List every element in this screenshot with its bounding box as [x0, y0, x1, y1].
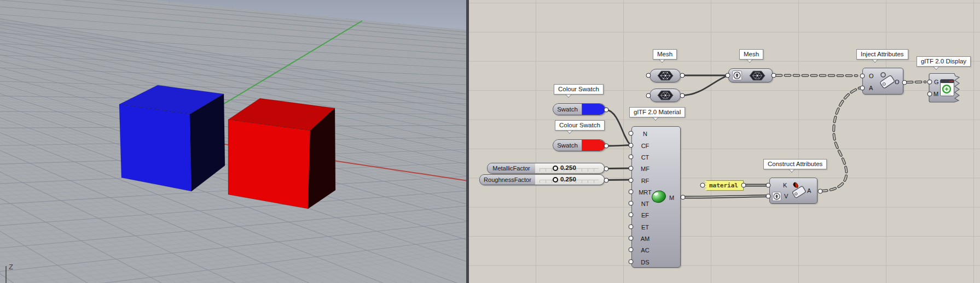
port-nub[interactable] — [646, 93, 651, 98]
port-nub[interactable] — [604, 166, 609, 171]
mesh-icon — [657, 70, 674, 81]
text-panel[interactable]: material — [704, 180, 744, 191]
tooltip-construct-attributes: Construct Attributes — [763, 159, 827, 169]
construct-input-v-label: V — [784, 192, 788, 200]
port-nub[interactable] — [772, 73, 776, 78]
inject-attributes-component[interactable]: O A O — [862, 68, 903, 95]
tooltip-inject-attributes: Inject Attributes — [856, 49, 908, 60]
material-input-label: DS — [635, 258, 655, 266]
swatch-color-blue[interactable] — [582, 104, 605, 115]
material-input-mrt-nub[interactable] — [629, 189, 634, 194]
construct-output-a-label: A — [807, 187, 811, 194]
mesh-param-2[interactable] — [650, 89, 681, 102]
material-input-ac-nub[interactable] — [629, 247, 634, 252]
port-nub[interactable] — [604, 108, 609, 113]
port-nub[interactable] — [681, 195, 686, 200]
material-input-label: N — [635, 130, 655, 138]
material-input-label: MF — [635, 165, 655, 173]
port-nub[interactable] — [741, 183, 746, 188]
tooltip-gltf-display: glTF 2.0 Display — [917, 56, 971, 67]
material-input-label: CF — [635, 142, 655, 150]
tooltip-mesh-2: Mesh — [739, 49, 763, 60]
material-input-nt-nub[interactable] — [629, 201, 634, 206]
mesh-icon — [657, 90, 674, 101]
material-input-label: EF — [635, 211, 655, 219]
port-nub[interactable] — [680, 73, 685, 78]
swatch-color-red[interactable] — [582, 140, 605, 151]
material-output-label: M — [669, 194, 674, 202]
slider-roughness-factor[interactable]: RoughnessFactor 0.250 — [479, 174, 605, 185]
material-input-rf-nub[interactable] — [629, 178, 634, 182]
slider-track[interactable]: 0.250 — [535, 175, 604, 185]
port-nub[interactable] — [604, 178, 609, 182]
material-input-label: RF — [635, 177, 655, 185]
tooltip-colour-swatch-1: Colour Swatch — [554, 84, 604, 95]
inject-output-o-label: O — [895, 78, 900, 86]
material-input-label: ET — [635, 223, 655, 231]
slider-label: MetallicFactor — [488, 163, 536, 173]
port-nub[interactable] — [927, 80, 932, 85]
display-input-g-label: G — [934, 78, 939, 86]
swatch-label: Swatch — [553, 140, 582, 151]
material-input-ds-nub[interactable] — [629, 259, 634, 264]
slider-metallic-factor[interactable]: MetallicFactor 0.250 — [487, 163, 605, 174]
material-input-cf-nub[interactable] — [629, 143, 634, 148]
port-nub[interactable] — [902, 80, 907, 85]
display-input-m-label: M — [933, 90, 938, 98]
upload-arrow-icon — [772, 192, 781, 201]
z-axis-label: Z — [9, 263, 13, 271]
port-nub[interactable] — [726, 73, 730, 78]
application-window: Z Mesh Mesh Colour — [0, 0, 980, 283]
colour-swatch-red[interactable]: Swatch — [553, 139, 606, 151]
inject-input-a-label: A — [869, 84, 873, 92]
slider-knob[interactable] — [553, 166, 558, 171]
port-nub[interactable] — [604, 144, 609, 149]
slider-value: 0.250 — [560, 164, 576, 171]
brush-tag-icon — [790, 181, 808, 201]
gltf-window-icon — [940, 79, 954, 96]
material-ball-icon — [650, 189, 668, 204]
construct-attributes-component[interactable]: K V A — [769, 178, 817, 204]
mesh-icon — [749, 70, 766, 81]
mesh-param-1[interactable] — [650, 69, 681, 82]
colour-swatch-blue[interactable]: Swatch — [553, 103, 606, 115]
tooltip-colour-swatch-2: Colour Swatch — [555, 120, 605, 131]
port-nub[interactable] — [860, 85, 865, 90]
blue-cube[interactable] — [119, 85, 225, 191]
port-nub[interactable] — [700, 183, 705, 188]
material-input-mf-nub[interactable] — [629, 166, 634, 171]
material-input-n-nub[interactable] — [629, 131, 634, 136]
gltf-material-component[interactable]: NCFCTMFRFMRTNTEFETAMACDS M — [631, 126, 681, 268]
port-nub[interactable] — [766, 183, 771, 188]
material-input-label: AM — [635, 235, 655, 243]
port-nub[interactable] — [766, 193, 771, 198]
red-cube[interactable] — [228, 98, 335, 209]
slider-value: 0.250 — [560, 176, 576, 182]
port-nub[interactable] — [818, 188, 823, 193]
port-nub[interactable] — [680, 93, 685, 98]
slider-knob[interactable] — [553, 177, 558, 182]
material-input-label: AC — [635, 246, 655, 254]
upload-arrow-icon — [732, 70, 742, 80]
tooltip-mesh-1: Mesh — [653, 49, 677, 60]
port-nub[interactable] — [927, 92, 932, 97]
slider-track[interactable]: 0.250 — [535, 163, 604, 173]
port-nub[interactable] — [860, 73, 865, 78]
material-input-label: CT — [635, 154, 655, 161]
port-nub[interactable] — [646, 73, 651, 78]
grasshopper-canvas[interactable] — [469, 0, 980, 283]
material-input-am-nub[interactable] — [629, 236, 634, 241]
material-input-ct-nub[interactable] — [629, 154, 634, 159]
rhino-viewport[interactable]: Z — [0, 0, 466, 283]
construct-input-k-label: K — [783, 181, 787, 189]
panel-text: material — [709, 182, 738, 189]
material-input-ef-nub[interactable] — [629, 213, 634, 217]
material-input-et-nub[interactable] — [629, 224, 634, 229]
slider-label: RoughnessFactor — [480, 175, 536, 185]
tooltip-gltf-material: glTF 2.0 Material — [629, 107, 685, 117]
swatch-label: Swatch — [553, 104, 582, 115]
upload-mesh-component[interactable] — [728, 68, 773, 82]
inject-input-o-label: O — [869, 72, 874, 80]
